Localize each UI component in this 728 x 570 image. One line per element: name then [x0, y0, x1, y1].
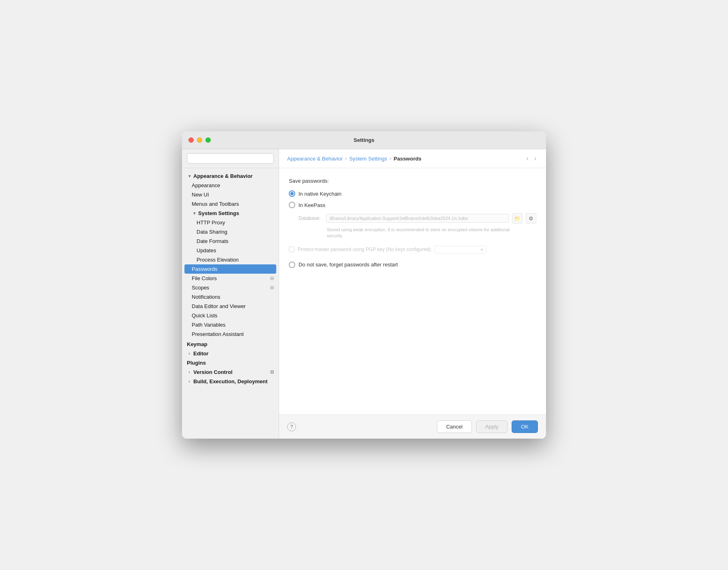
sidebar-item-label: Data Sharing	[197, 229, 227, 235]
sidebar-item-path-variables[interactable]: Path Variables	[182, 320, 279, 329]
nav-back-button[interactable]: ‹	[525, 154, 530, 163]
sidebar-item-scopes[interactable]: Scopes ⊟	[182, 283, 279, 292]
radio-do-not-save[interactable]: Do not save, forget passwords after rest…	[289, 262, 536, 268]
badge-icon: ⊟	[270, 285, 274, 290]
footer-actions: Cancel Apply OK	[437, 420, 538, 433]
pgp-checkbox[interactable]	[289, 247, 294, 252]
radio-native-keychain-circle[interactable]	[289, 190, 295, 197]
sidebar: 🔍 ▾ Appearance & Behavior Appearance New…	[182, 149, 279, 439]
database-label: Database:	[298, 215, 323, 221]
sidebar-section-label: Appearance & Behavior	[193, 173, 253, 179]
sidebar-item-date-formats[interactable]: Date Formats	[182, 236, 279, 246]
pgp-row: Protect master password using PGP key (N…	[289, 246, 536, 253]
sidebar-item-system-settings[interactable]: ▾ System Settings	[182, 209, 279, 218]
sidebar-item-label: New UI	[192, 192, 209, 198]
save-passwords-label: Save passwords:	[289, 178, 536, 184]
sidebar-item-label: File Colors	[192, 275, 217, 281]
search-container: 🔍	[182, 149, 279, 168]
sidebar-item-build-execution-deployment[interactable]: › Build, Execution, Deployment	[182, 377, 279, 386]
window-title: Settings	[353, 137, 374, 143]
sidebar-item-label: Editor	[193, 350, 209, 357]
folder-icon: 📁	[514, 215, 521, 222]
sidebar-item-label: System Settings	[198, 210, 239, 216]
gear-icon: ⚙	[529, 215, 533, 222]
chevron-right-icon: ›	[187, 351, 192, 356]
sidebar-item-label: Presentation Assistant	[192, 331, 244, 337]
radio-keepass-label: In KeePass	[298, 202, 326, 208]
sidebar-item-appearance-behavior[interactable]: ▾ Appearance & Behavior	[182, 171, 279, 181]
sidebar-item-http-proxy[interactable]: HTTP Proxy	[182, 218, 279, 227]
sidebar-tree: ▾ Appearance & Behavior Appearance New U…	[182, 168, 279, 439]
radio-keepass[interactable]: In KeePass	[289, 202, 536, 208]
ok-button[interactable]: OK	[512, 420, 538, 433]
sidebar-item-updates[interactable]: Updates	[182, 246, 279, 255]
help-icon: ?	[290, 424, 293, 430]
gear-button[interactable]: ⚙	[526, 213, 536, 224]
help-button[interactable]: ?	[287, 422, 296, 431]
settings-main: Appearance & Behavior › System Settings …	[279, 149, 546, 439]
sidebar-item-label: Version Control	[193, 369, 233, 375]
main-content: 🔍 ▾ Appearance & Behavior Appearance New…	[182, 149, 546, 439]
breadcrumb-sep-2: ›	[389, 156, 391, 161]
close-button[interactable]	[188, 137, 194, 143]
sidebar-item-label: Process Elevation	[197, 257, 239, 263]
database-path-input[interactable]	[326, 214, 509, 223]
sidebar-item-presentation-assistant[interactable]: Presentation Assistant	[182, 329, 279, 339]
chevron-right-icon: ›	[187, 370, 192, 375]
sidebar-item-passwords[interactable]: Passwords	[184, 264, 276, 274]
sidebar-item-plugins[interactable]: Plugins	[182, 358, 279, 367]
sidebar-item-appearance[interactable]: Appearance	[182, 181, 279, 190]
sidebar-item-file-colors[interactable]: File Colors ⊟	[182, 274, 279, 283]
nav-arrows: ‹ ›	[525, 154, 538, 163]
sidebar-item-notifications[interactable]: Notifications	[182, 292, 279, 302]
footer-bar: ? Cancel Apply OK	[279, 414, 546, 439]
settings-panel: Save passwords: In native Keychain In Ke…	[279, 168, 546, 414]
folder-button[interactable]: 📁	[512, 213, 523, 224]
chevron-down-icon: ▾	[187, 174, 192, 179]
settings-window: Settings 🔍 ▾ Appearance & Behavior Appea…	[182, 131, 546, 439]
sidebar-item-editor[interactable]: › Editor	[182, 349, 279, 358]
titlebar: Settings	[182, 131, 546, 149]
radio-do-not-save-circle[interactable]	[289, 262, 295, 268]
sidebar-item-keymap[interactable]: Keymap	[182, 339, 279, 349]
sidebar-item-menus-toolbars[interactable]: Menus and Toolbars	[182, 199, 279, 209]
breadcrumb-passwords: Passwords	[394, 156, 421, 162]
sidebar-item-label: Build, Execution, Deployment	[193, 378, 267, 384]
sidebar-item-label: Date Formats	[197, 238, 229, 244]
sidebar-item-label: Updates	[197, 247, 216, 253]
sidebar-item-data-sharing[interactable]: Data Sharing	[182, 227, 279, 236]
database-warning: Stored using weak encryption. It is reco…	[327, 227, 536, 239]
radio-native-keychain[interactable]: In native Keychain	[289, 190, 536, 197]
sidebar-item-process-elevation[interactable]: Process Elevation	[182, 255, 279, 264]
sidebar-item-label: Quick Lists	[192, 312, 218, 319]
pgp-dropdown[interactable]: ▾	[434, 246, 487, 253]
badge-icon: ⊟	[270, 369, 274, 375]
apply-button[interactable]: Apply	[476, 420, 508, 433]
chevron-right-icon: ›	[187, 379, 192, 384]
minimize-button[interactable]	[197, 137, 202, 143]
sidebar-item-label: Plugins	[187, 360, 206, 366]
breadcrumb-sep-1: ›	[345, 156, 347, 161]
sidebar-item-label: Menus and Toolbars	[192, 201, 239, 207]
sidebar-item-label: Path Variables	[192, 322, 226, 328]
sidebar-item-new-ui[interactable]: New UI	[182, 190, 279, 199]
breadcrumb: Appearance & Behavior › System Settings …	[279, 149, 546, 168]
cancel-button[interactable]: Cancel	[437, 420, 472, 433]
sidebar-item-label: Notifications	[192, 294, 220, 300]
radio-keepass-circle[interactable]	[289, 202, 295, 208]
badge-icon: ⊟	[270, 276, 274, 281]
radio-native-keychain-label: In native Keychain	[298, 191, 341, 197]
search-input[interactable]	[187, 153, 274, 164]
sidebar-item-label: Appearance	[192, 182, 220, 188]
sidebar-item-label: Data Editor and Viewer	[192, 303, 245, 309]
breadcrumb-system-settings[interactable]: System Settings	[349, 156, 387, 162]
nav-forward-button[interactable]: ›	[533, 154, 538, 163]
breadcrumb-appearance-behavior[interactable]: Appearance & Behavior	[287, 156, 343, 162]
radio-do-not-save-label: Do not save, forget passwords after rest…	[298, 262, 398, 268]
sidebar-item-label: HTTP Proxy	[197, 220, 225, 226]
maximize-button[interactable]	[205, 137, 211, 143]
sidebar-item-version-control[interactable]: › Version Control ⊟	[182, 367, 279, 377]
chevron-down-icon: ▾	[192, 211, 197, 216]
sidebar-item-data-editor-viewer[interactable]: Data Editor and Viewer	[182, 302, 279, 311]
sidebar-item-quick-lists[interactable]: Quick Lists	[182, 311, 279, 320]
